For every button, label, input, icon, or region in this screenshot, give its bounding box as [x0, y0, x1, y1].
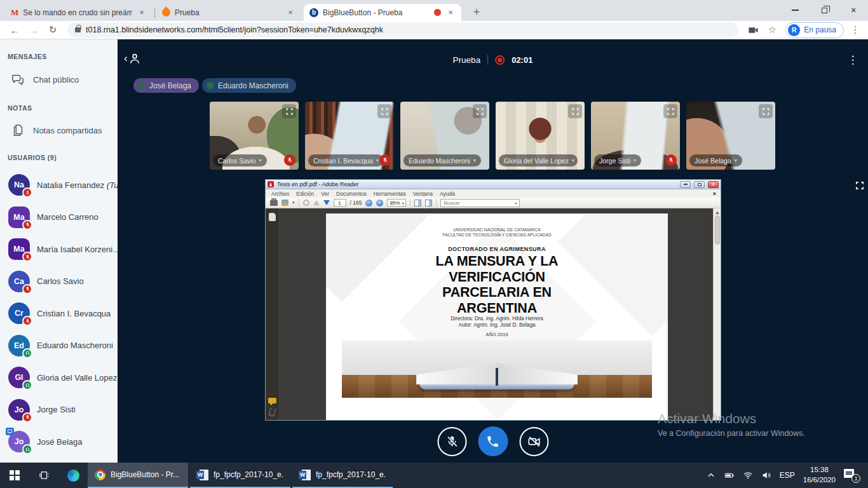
zoom-in-icon[interactable]: +: [376, 200, 383, 207]
video-user-name[interactable]: Jorge Sisti▾: [594, 154, 641, 166]
sidebar-item-public-chat[interactable]: Chat público: [0, 67, 118, 92]
reload-icon[interactable]: ↻: [44, 24, 61, 36]
taskbar-app-word[interactable]: fp_fpcfp_2017-10_e...: [292, 463, 393, 488]
document-close-icon[interactable]: ×: [713, 191, 716, 197]
task-view-button[interactable]: [29, 463, 58, 488]
start-button[interactable]: [0, 463, 29, 488]
video-tile[interactable]: Gloria del Valle Lopez▾: [496, 102, 585, 170]
recording-indicator-icon[interactable]: [495, 55, 505, 65]
video-user-name[interactable]: Gloria del Valle Lopez▾: [499, 154, 578, 166]
zoom-out-icon[interactable]: −: [365, 200, 372, 207]
adobe-restore-button[interactable]: [694, 181, 705, 188]
fullscreen-icon[interactable]: [282, 104, 296, 118]
comments-icon[interactable]: [268, 398, 276, 403]
window-close-button[interactable]: ×: [839, 0, 868, 20]
page-thumbnails-icon[interactable]: [269, 213, 276, 221]
previous-page-icon[interactable]: [313, 200, 320, 205]
hidden-icons-chevron-icon[interactable]: [706, 470, 716, 480]
adobe-close-button[interactable]: [708, 181, 719, 188]
video-tile[interactable]: Jorge Sisti▾: [591, 102, 680, 170]
video-tile[interactable]: Cristian I. Bevacqua▾: [305, 102, 394, 170]
tab-moodle[interactable]: Prueba ×: [156, 4, 301, 21]
close-tab-icon[interactable]: ×: [445, 8, 456, 18]
save-icon[interactable]: [281, 200, 288, 206]
scroll-up-icon[interactable]: [715, 211, 719, 214]
zoom-level-select[interactable]: 85%▾: [387, 199, 406, 207]
menu-ver[interactable]: Ver: [321, 191, 329, 197]
previous-view-icon[interactable]: [303, 200, 309, 206]
video-user-name[interactable]: José Belaga▾: [689, 154, 742, 166]
back-icon[interactable]: ←: [6, 25, 23, 36]
fullscreen-icon[interactable]: [473, 104, 487, 118]
fullscreen-icon[interactable]: [377, 104, 391, 118]
wifi-icon[interactable]: [743, 470, 753, 480]
language-indicator[interactable]: ESP: [780, 471, 795, 480]
toggle-userlist-button[interactable]: ‹: [124, 52, 141, 65]
search-input[interactable]: Buscar▾: [440, 199, 520, 207]
user-row[interactable]: Gl Gloria del Valle Lopez: [0, 362, 118, 394]
clock[interactable]: 15:38 16/6/2020: [803, 465, 836, 485]
options-menu-icon[interactable]: ⋮: [846, 53, 859, 67]
share-webcam-button[interactable]: [519, 427, 548, 456]
user-row[interactable]: Ma Marcelo Carreno: [0, 201, 118, 234]
menu-herramientas[interactable]: Herramientas: [374, 191, 406, 197]
forward-icon[interactable]: →: [25, 25, 42, 36]
video-tile[interactable]: Eduardo Mascheroni▾: [400, 102, 489, 170]
user-row[interactable]: Ca Carlos Savio: [0, 266, 118, 298]
bookmark-star-icon[interactable]: ☆: [764, 24, 780, 36]
edge-button[interactable]: [58, 463, 88, 488]
adobe-minimize-button[interactable]: [680, 181, 691, 188]
video-user-name[interactable]: Eduardo Mascheroni▾: [403, 154, 481, 166]
battery-icon[interactable]: [724, 470, 735, 480]
video-user-name[interactable]: Cristian I. Bevacqua▾: [308, 154, 384, 166]
attachments-icon[interactable]: [268, 407, 276, 417]
sidebar-item-shared-notes[interactable]: Notas compartidas: [0, 118, 118, 142]
user-row[interactable]: Jo Jorge Sisti: [0, 394, 118, 426]
menu-ventana[interactable]: Ventana: [413, 191, 433, 197]
fullscreen-icon[interactable]: [759, 104, 773, 118]
fullscreen-icon[interactable]: [663, 104, 677, 118]
new-tab-button[interactable]: +: [468, 3, 485, 21]
user-row[interactable]: Ma María Isabel Korzeni…: [0, 233, 118, 266]
leave-audio-button[interactable]: [478, 426, 508, 456]
window-maximize-button[interactable]: [810, 0, 839, 20]
scrollbar[interactable]: [713, 208, 721, 420]
user-row[interactable]: Cr Cristian I. Bevacqua: [0, 297, 118, 330]
chevron-down-icon[interactable]: ▾: [292, 200, 295, 205]
menu-ayuda[interactable]: Ayuda: [440, 191, 455, 197]
presentation-fullscreen-icon[interactable]: [852, 178, 867, 193]
menu-edicion[interactable]: Edición: [296, 191, 314, 197]
adobe-title-bar[interactable]: Tesis en pdf.pdf - Adobe Reader: [266, 180, 721, 189]
menu-documentos[interactable]: Documentos: [336, 191, 367, 197]
page-layout-icon[interactable]: [414, 200, 421, 207]
user-row[interactable]: Jo José Belaga: [0, 426, 118, 458]
url-field[interactable]: t018.rna1.blindsidenetworks.com/html5cli…: [67, 22, 738, 37]
page-width-icon[interactable]: [425, 200, 432, 207]
taskbar-app-word[interactable]: fp_fpcfp_2017-10_e...: [190, 463, 290, 488]
user-row[interactable]: Na Natalia Fernandez (Tu): [0, 169, 118, 201]
user-row[interactable]: Ed Eduardo Mascheroni: [0, 330, 118, 362]
close-tab-icon[interactable]: ×: [285, 8, 295, 18]
page-number-input[interactable]: 1: [334, 199, 346, 207]
talker-indicator[interactable]: José Belaga: [133, 78, 199, 93]
next-page-icon[interactable]: [323, 200, 330, 205]
taskbar-app-chrome[interactable]: BigBlueButton - Pr...: [88, 463, 188, 488]
menu-archivo[interactable]: Archivo: [271, 191, 289, 197]
tab-bigbluebutton-active[interactable]: b BigBlueButton - Prueba ×: [304, 4, 461, 21]
video-tile[interactable]: Carlos Savio▾: [210, 102, 299, 170]
notification-center-button[interactable]: 1: [844, 469, 859, 482]
video-user-name[interactable]: Carlos Savio▾: [213, 154, 267, 166]
video-tile[interactable]: José Belaga▾: [686, 102, 775, 170]
window-minimize-button[interactable]: [780, 0, 810, 20]
profile-button[interactable]: R En pausa: [785, 22, 844, 38]
fullscreen-icon[interactable]: [568, 104, 582, 118]
tab-gmail[interactable]: M Se lo mando en crudo sin preám ×: [5, 4, 153, 21]
unmute-mic-button[interactable]: [437, 427, 466, 456]
camera-in-use-icon[interactable]: [745, 25, 761, 36]
close-tab-icon[interactable]: ×: [137, 8, 147, 18]
talker-indicator[interactable]: Eduardo Mascheroni: [202, 78, 296, 93]
scroll-thumb[interactable]: [715, 215, 720, 245]
speaker-icon[interactable]: [761, 470, 771, 480]
browser-menu-icon[interactable]: ⋮: [849, 24, 862, 36]
print-icon[interactable]: [270, 200, 278, 206]
